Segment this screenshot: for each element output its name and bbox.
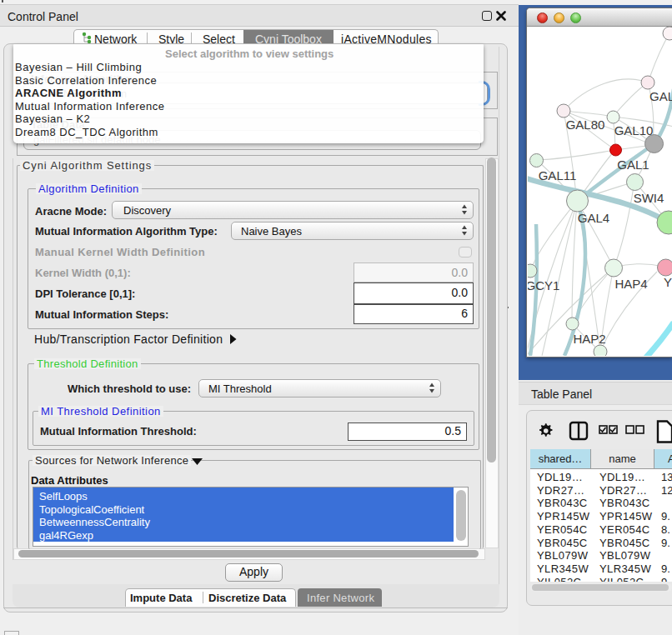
- svg-text:GAL80: GAL80: [566, 118, 605, 132]
- svg-text:Y: Y: [664, 275, 672, 289]
- svg-text:GAL10: GAL10: [614, 123, 654, 138]
- svg-text:GAL1: GAL1: [617, 158, 649, 172]
- svg-text:HAP4: HAP4: [614, 277, 647, 291]
- svg-text:GCY1: GCY1: [528, 278, 559, 292]
- svg-text:GAL11: GAL11: [539, 168, 577, 182]
- svg-text:GAL7: GAL7: [649, 89, 672, 103]
- svg-text:HAP2: HAP2: [573, 332, 605, 346]
- svg-text:SWI4: SWI4: [634, 191, 664, 205]
- svg-text:GAL4: GAL4: [578, 211, 609, 225]
